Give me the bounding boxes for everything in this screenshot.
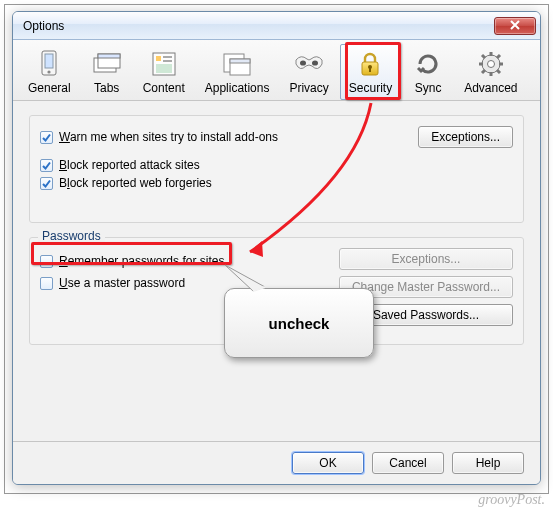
tab-label: Advanced — [464, 81, 517, 95]
tab-general[interactable]: General — [19, 44, 80, 100]
dialog-footer: OK Cancel Help — [13, 441, 540, 484]
category-toolbar: General Tabs Content Applications — [13, 40, 540, 101]
lock-icon — [354, 49, 386, 79]
addons-group: Exceptions... Warn me when sites try to … — [29, 115, 524, 223]
passwords-title: Passwords — [38, 229, 105, 243]
svg-line-25 — [482, 55, 485, 58]
passwords-group: Passwords Exceptions... Change Master Pa… — [29, 237, 524, 345]
svg-point-14 — [300, 60, 306, 65]
tab-advanced[interactable]: Advanced — [455, 44, 526, 100]
titlebar: Options — [13, 12, 540, 40]
saved-passwords-button[interactable]: Saved Passwords... — [339, 304, 513, 326]
passwords-exceptions-button[interactable]: Exceptions... — [339, 248, 513, 270]
svg-line-26 — [497, 70, 500, 73]
svg-line-28 — [497, 55, 500, 58]
tab-label: General — [28, 81, 71, 95]
tab-label: Tabs — [94, 81, 119, 95]
privacy-icon — [293, 49, 325, 79]
tab-label: Privacy — [289, 81, 328, 95]
svg-rect-10 — [156, 64, 172, 73]
options-dialog: Options General Tabs Content — [12, 11, 541, 485]
label-remember-passwords: Remember passwords for sites — [59, 254, 224, 268]
row-block-attack: Block reported attack sites — [40, 158, 513, 172]
tab-privacy[interactable]: Privacy — [280, 44, 337, 100]
svg-rect-18 — [369, 68, 371, 72]
tab-content[interactable]: Content — [134, 44, 194, 100]
row-block-forgeries: Block reported web forgeries — [40, 176, 513, 190]
checkbox-remember-passwords[interactable] — [40, 255, 53, 268]
sync-icon — [412, 49, 444, 79]
tab-label: Applications — [205, 81, 270, 95]
checkbox-block-attack[interactable] — [40, 159, 53, 172]
svg-rect-13 — [230, 59, 250, 63]
change-master-password-button[interactable]: Change Master Password... — [339, 276, 513, 298]
help-button[interactable]: Help — [452, 452, 524, 474]
tabs-icon — [91, 49, 123, 79]
label-block-attack: Block reported attack sites — [59, 158, 200, 172]
content-icon — [148, 49, 180, 79]
panel-security: Exceptions... Warn me when sites try to … — [13, 101, 540, 441]
watermark: groovyPost. — [478, 492, 545, 508]
svg-rect-1 — [45, 54, 53, 68]
ok-button[interactable]: OK — [292, 452, 364, 474]
svg-point-15 — [312, 60, 318, 65]
tab-label: Sync — [415, 81, 442, 95]
gear-icon — [475, 49, 507, 79]
svg-point-20 — [487, 61, 494, 68]
tab-tabs[interactable]: Tabs — [82, 44, 132, 100]
svg-line-27 — [482, 70, 485, 73]
label-warn-addons: Warn me when sites try to install add-on… — [59, 130, 278, 144]
general-icon — [33, 49, 65, 79]
tab-applications[interactable]: Applications — [196, 44, 279, 100]
window-title: Options — [23, 19, 64, 33]
svg-rect-5 — [98, 54, 120, 58]
close-icon — [510, 19, 520, 33]
close-button[interactable] — [494, 17, 536, 35]
svg-rect-9 — [163, 60, 172, 62]
tab-security[interactable]: Security — [340, 44, 401, 100]
addons-exceptions-button[interactable]: Exceptions... — [418, 126, 513, 148]
tab-label: Content — [143, 81, 185, 95]
label-block-forgeries: Block reported web forgeries — [59, 176, 212, 190]
svg-point-2 — [48, 70, 51, 73]
tab-sync[interactable]: Sync — [403, 44, 453, 100]
checkbox-warn-addons[interactable] — [40, 131, 53, 144]
checkbox-master-password[interactable] — [40, 277, 53, 290]
cancel-button[interactable]: Cancel — [372, 452, 444, 474]
applications-icon — [221, 49, 253, 79]
checkbox-block-forgeries[interactable] — [40, 177, 53, 190]
svg-rect-7 — [156, 56, 161, 61]
tab-label: Security — [349, 81, 392, 95]
label-master-password: Use a master password — [59, 276, 185, 290]
svg-rect-8 — [163, 56, 172, 58]
